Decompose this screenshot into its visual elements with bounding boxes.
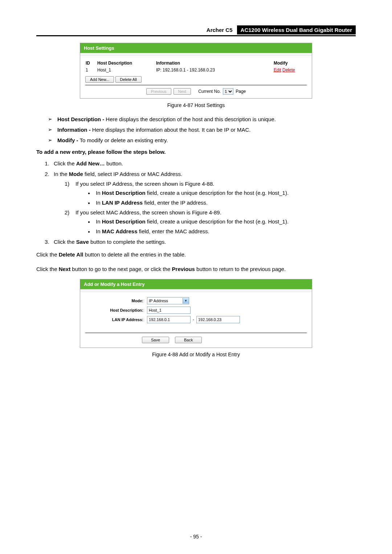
- header-product: AC1200 Wireless Dual Band Gigabit Router: [237, 25, 356, 34]
- paragraph: Click the Next button to go to the next …: [36, 265, 356, 274]
- step-3: Click the Save button to complete the se…: [51, 239, 356, 245]
- steps-heading: To add a new entry, please follow the st…: [36, 149, 166, 155]
- host-settings-panel: Host Settings ID Host Description Inform…: [80, 43, 312, 99]
- list-item: Host Description - Here displays the des…: [48, 116, 356, 122]
- lan-ip-end-input[interactable]: [196, 316, 240, 323]
- page-number: - 95 -: [0, 534, 392, 539]
- page-select[interactable]: 1: [223, 88, 233, 95]
- col-id: ID: [85, 60, 97, 67]
- step-1: Click the Add New… button.: [51, 160, 356, 167]
- edit-link[interactable]: Edit: [274, 67, 281, 73]
- list-item: In LAN IP Address field, enter the IP ad…: [88, 200, 356, 206]
- dash-separator: -: [191, 317, 196, 322]
- cell-id: 1: [85, 67, 97, 75]
- previous-button[interactable]: Previous: [146, 88, 171, 95]
- substep-1: If you select IP Address, the screen sho…: [65, 181, 356, 206]
- figure-caption-2: Figure 4-88 Add or Modify a Host Entry: [80, 352, 312, 357]
- cell-info: IP: 192.168.0.1 - 192.168.0.23: [156, 67, 273, 75]
- back-button[interactable]: Back: [175, 337, 202, 343]
- page-label: Page: [236, 89, 246, 94]
- host-description-input[interactable]: [147, 307, 191, 314]
- figure-caption-1: Figure 4-87 Host Settings: [80, 102, 312, 108]
- host-table: ID Host Description Information Modify 1…: [85, 60, 307, 75]
- col-desc: Host Description: [97, 60, 156, 67]
- col-info: Information: [156, 60, 273, 67]
- col-mod: Modify: [273, 60, 307, 67]
- delete-link[interactable]: Delete: [282, 67, 295, 73]
- host-desc-label: Host Description:: [85, 308, 147, 312]
- add-new-button[interactable]: Add New...: [85, 76, 114, 83]
- next-button[interactable]: Next: [173, 88, 191, 95]
- step-2: In the Mode field, select IP Address or …: [51, 171, 356, 234]
- list-item: In MAC Address field, enter the MAC addr…: [88, 228, 356, 234]
- lan-ip-start-input[interactable]: [147, 316, 191, 323]
- list-item: In Host Description field, create a uniq…: [88, 218, 356, 225]
- header-model: Archer C5: [204, 25, 236, 34]
- add-modify-panel: Add or Modify a Host Entry Mode: IP Addr…: [80, 279, 312, 348]
- table-row: 1 Host_1 IP: 192.168.0.1 - 192.168.0.23 …: [85, 67, 307, 75]
- delete-all-button[interactable]: Delete All: [115, 76, 142, 83]
- substep-2: If you select MAC Address, the screen sh…: [65, 209, 356, 234]
- paragraph: Click the Delete All button to delete al…: [36, 250, 356, 259]
- current-label: Current No.: [198, 89, 221, 94]
- doc-header: Archer C5 AC1200 Wireless Dual Band Giga…: [36, 25, 356, 36]
- chevron-down-icon: ▼: [183, 298, 189, 304]
- cell-desc: Host_1: [97, 67, 156, 75]
- panel-title-2: Add or Modify a Host Entry: [80, 279, 312, 289]
- mode-select[interactable]: IP Address ▼: [147, 297, 189, 304]
- list-item: In Host Description field, create a uniq…: [88, 190, 356, 196]
- list-item: Modify - To modify or delete an existing…: [48, 137, 356, 143]
- mode-label: Mode:: [85, 299, 147, 303]
- lan-ip-label: LAN IP Address:: [85, 317, 147, 322]
- list-item: Information - Here displays the informat…: [48, 127, 356, 133]
- save-button[interactable]: Save: [142, 337, 169, 343]
- panel-title: Host Settings: [80, 43, 312, 53]
